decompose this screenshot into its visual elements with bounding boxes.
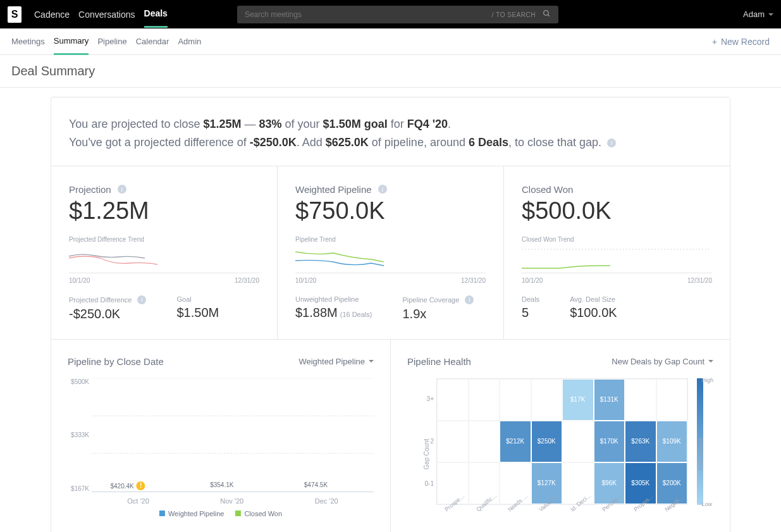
narrative-text: . Add bbox=[297, 136, 326, 149]
summary-card: You are projected to close $1.25M — 83% … bbox=[51, 97, 730, 532]
sub-metric-value: 5 bbox=[522, 306, 539, 320]
page-title: Deal Summary bbox=[11, 64, 770, 78]
subnav-summary[interactable]: Summary bbox=[54, 28, 89, 55]
heat-chart: Gap Count 3+20-1 $17K$131K$212K$250K$170… bbox=[407, 378, 713, 530]
narrative-text: of your bbox=[282, 118, 323, 130]
trend-label: Pipeline Trend bbox=[295, 236, 486, 243]
narrative-text: , to close that gap. bbox=[508, 136, 601, 149]
axis-end: 12/31/20 bbox=[235, 277, 259, 284]
search-hint: / TO SEARCH bbox=[492, 11, 536, 18]
bar-chart: $500K$333K$167K $420.4K!$354.1K$474.5K O… bbox=[68, 378, 374, 517]
new-record-button[interactable]: + New Record bbox=[712, 37, 770, 47]
topnav-conversations[interactable]: Conversations bbox=[78, 2, 135, 27]
heat-cell bbox=[437, 379, 469, 421]
sub-metric-label: Pipeline Coverage i bbox=[402, 295, 474, 304]
chart-dropdown[interactable]: Weighted Pipeline bbox=[298, 357, 374, 366]
user-menu[interactable]: Adam bbox=[743, 9, 773, 19]
sub-metric-label: Projected Difference i bbox=[69, 295, 146, 304]
svg-line-1 bbox=[548, 15, 550, 16]
subnav: Meetings Summary Pipeline Calendar Admin… bbox=[0, 28, 781, 55]
info-icon[interactable]: i bbox=[465, 295, 474, 304]
heat-cell[interactable]: $131K bbox=[594, 379, 625, 421]
heat-cell bbox=[562, 421, 594, 462]
chevron-down-icon bbox=[369, 360, 374, 362]
warning-icon[interactable]: ! bbox=[137, 481, 145, 490]
sub-metric-label: Goal bbox=[176, 295, 219, 303]
chart-title: Pipeline Health bbox=[407, 356, 471, 367]
heat-high: High bbox=[701, 377, 713, 383]
narrative-period: FQ4 '20 bbox=[407, 118, 448, 130]
narrative-text: of pipeline, around bbox=[369, 136, 469, 149]
trend-label: Projected Difference Trend bbox=[69, 236, 259, 243]
search-icon[interactable] bbox=[543, 9, 551, 20]
narrative-text: for bbox=[388, 118, 407, 130]
narrative-text: . bbox=[448, 118, 451, 130]
topnav-cadence[interactable]: Cadence bbox=[34, 2, 70, 27]
subnav-calendar[interactable]: Calendar bbox=[136, 29, 169, 54]
sparkline bbox=[522, 247, 712, 273]
metric-weighted: Weighted Pipeline i $750.0K Pipeline Tre… bbox=[278, 166, 504, 339]
metric-label-text: Projection bbox=[69, 184, 111, 195]
legend-item[interactable]: Weighted Pipeline bbox=[159, 510, 224, 517]
topbar: S Cadence Conversations Deals / TO SEARC… bbox=[0, 0, 781, 28]
info-icon[interactable]: i bbox=[118, 185, 126, 194]
narrative-text: — bbox=[242, 118, 259, 130]
metric-label: Weighted Pipeline i bbox=[295, 184, 486, 195]
narrative-add: $625.0K bbox=[326, 136, 369, 149]
subnav-pipeline[interactable]: Pipeline bbox=[97, 29, 126, 54]
heat-cell[interactable]: $170K bbox=[594, 421, 625, 462]
narrative: You are projected to close $1.25M — 83% … bbox=[51, 97, 730, 166]
subnav-meetings[interactable]: Meetings bbox=[11, 29, 45, 54]
info-icon[interactable]: i bbox=[378, 185, 387, 194]
sub-metric-value: 1.9x bbox=[402, 307, 474, 321]
chart-title: Pipeline by Close Date bbox=[68, 356, 164, 367]
heat-cell[interactable]: $212K bbox=[500, 421, 531, 462]
logo[interactable]: S bbox=[8, 6, 22, 23]
heat-cell bbox=[656, 379, 688, 421]
trend-label: Closed Won Trend bbox=[522, 236, 712, 243]
heat-cell[interactable]: $109K bbox=[656, 421, 688, 462]
heat-cell bbox=[469, 379, 500, 421]
subnav-admin[interactable]: Admin bbox=[178, 29, 201, 54]
sub-metric-value: -$250.0K bbox=[69, 307, 146, 321]
heat-cell[interactable]: $17K bbox=[562, 379, 594, 421]
narrative-deals: 6 Deals bbox=[469, 136, 508, 149]
chart-dropdown[interactable]: New Deals by Gap Count bbox=[612, 357, 713, 366]
plus-icon: + bbox=[712, 37, 717, 47]
heat-cell[interactable]: $250K bbox=[531, 421, 563, 462]
heat-cell bbox=[500, 379, 531, 421]
narrative-diff: -$250.0K bbox=[250, 136, 297, 149]
heat-cell bbox=[437, 421, 469, 462]
chevron-down-icon bbox=[708, 360, 713, 362]
narrative-projected: $1.25M bbox=[203, 118, 241, 130]
sub-metric-value: $100.0K bbox=[570, 306, 617, 320]
chevron-down-icon bbox=[768, 13, 773, 16]
heat-cell bbox=[469, 421, 500, 462]
info-icon[interactable]: i bbox=[607, 139, 616, 147]
heat-cell bbox=[625, 379, 656, 421]
sub-metric-value: $1.50M bbox=[176, 306, 219, 320]
heat-low: Low bbox=[701, 501, 712, 507]
metrics-row: Projection i $1.25M Projected Difference… bbox=[51, 166, 730, 339]
sub-metric-label: Deals bbox=[522, 295, 539, 303]
legend-item[interactable]: Closed Won bbox=[235, 510, 282, 517]
narrative-text: You are projected to close bbox=[69, 118, 203, 130]
metric-label: Projection i bbox=[69, 184, 259, 195]
user-name: Adam bbox=[743, 9, 765, 19]
topnav-deals[interactable]: Deals bbox=[144, 1, 168, 28]
content: You are projected to close $1.25M — 83% … bbox=[0, 88, 781, 532]
page-title-bar: Deal Summary bbox=[0, 55, 781, 88]
topnav: Cadence Conversations Deals bbox=[34, 1, 168, 28]
new-record-label: New Record bbox=[721, 37, 770, 47]
metric-projection: Projection i $1.25M Projected Difference… bbox=[51, 166, 278, 339]
svg-point-0 bbox=[544, 10, 549, 15]
axis-start: 10/1/20 bbox=[69, 277, 90, 284]
info-icon[interactable]: i bbox=[137, 295, 146, 304]
heat-right-label: Total Amount bbox=[698, 438, 704, 471]
search-wrap: / TO SEARCH bbox=[237, 6, 558, 23]
axis-end: 12/31/20 bbox=[687, 277, 712, 284]
chart-pipeline-health: Pipeline Health New Deals by Gap Count G… bbox=[391, 340, 730, 532]
metric-label: Closed Won bbox=[522, 184, 712, 195]
heat-cell[interactable]: $263K bbox=[625, 421, 656, 462]
spark-axis: 10/1/20 12/31/20 bbox=[522, 277, 712, 284]
